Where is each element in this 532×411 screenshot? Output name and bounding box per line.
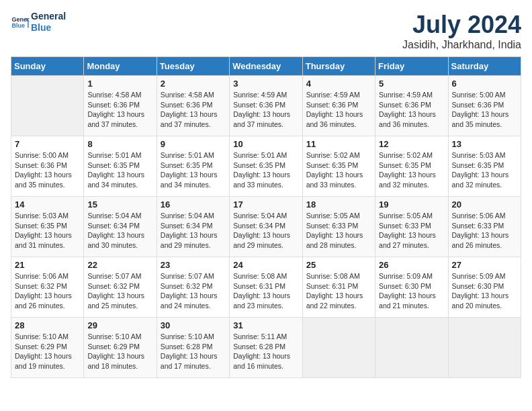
calendar-week-row: 14Sunrise: 5:03 AM Sunset: 6:35 PM Dayli…	[11, 197, 521, 257]
day-number: 13	[452, 139, 517, 149]
calendar-cell: 15Sunrise: 5:04 AM Sunset: 6:34 PM Dayli…	[84, 197, 157, 257]
day-number: 11	[306, 139, 371, 149]
calendar-cell: 23Sunrise: 5:07 AM Sunset: 6:32 PM Dayli…	[157, 257, 229, 318]
day-number: 4	[306, 79, 371, 89]
day-info: Sunrise: 5:01 AM Sunset: 6:35 PM Dayligh…	[87, 150, 152, 190]
day-info: Sunrise: 5:07 AM Sunset: 6:32 PM Dayligh…	[87, 271, 152, 311]
calendar-cell: 29Sunrise: 5:10 AM Sunset: 6:29 PM Dayli…	[84, 318, 157, 378]
day-number: 24	[233, 260, 298, 270]
calendar-cell: 25Sunrise: 5:08 AM Sunset: 6:31 PM Dayli…	[302, 257, 375, 318]
calendar-week-row: 7Sunrise: 5:00 AM Sunset: 6:36 PM Daylig…	[11, 136, 521, 197]
calendar-cell: 8Sunrise: 5:01 AM Sunset: 6:35 PM Daylig…	[84, 136, 157, 197]
day-info: Sunrise: 5:00 AM Sunset: 6:36 PM Dayligh…	[452, 90, 517, 130]
day-number: 29	[87, 320, 152, 330]
calendar-cell: 18Sunrise: 5:05 AM Sunset: 6:33 PM Dayli…	[302, 197, 375, 257]
day-number: 30	[161, 320, 226, 330]
day-number: 3	[233, 79, 298, 89]
calendar-cell: 21Sunrise: 5:06 AM Sunset: 6:32 PM Dayli…	[11, 257, 84, 318]
calendar-cell: 11Sunrise: 5:02 AM Sunset: 6:35 PM Dayli…	[302, 136, 375, 197]
day-number: 19	[379, 199, 444, 210]
day-info: Sunrise: 5:04 AM Sunset: 6:34 PM Dayligh…	[87, 211, 152, 250]
day-info: Sunrise: 5:08 AM Sunset: 6:31 PM Dayligh…	[233, 271, 298, 311]
day-number: 28	[15, 320, 80, 330]
weekday-header-saturday: Saturday	[448, 57, 521, 76]
calendar-cell	[448, 318, 521, 378]
day-info: Sunrise: 5:01 AM Sunset: 6:35 PM Dayligh…	[161, 150, 226, 190]
logo-general: General	[31, 11, 66, 22]
day-number: 23	[161, 260, 226, 270]
day-number: 7	[15, 139, 80, 149]
calendar-cell: 1Sunrise: 4:58 AM Sunset: 6:36 PM Daylig…	[84, 76, 157, 136]
day-info: Sunrise: 5:07 AM Sunset: 6:32 PM Dayligh…	[161, 271, 226, 311]
svg-text:Blue: Blue	[11, 22, 25, 29]
day-info: Sunrise: 5:05 AM Sunset: 6:33 PM Dayligh…	[306, 211, 371, 250]
calendar-cell: 22Sunrise: 5:07 AM Sunset: 6:32 PM Dayli…	[84, 257, 157, 318]
weekday-header-friday: Friday	[375, 57, 448, 76]
day-info: Sunrise: 5:03 AM Sunset: 6:35 PM Dayligh…	[452, 150, 517, 190]
day-info: Sunrise: 4:59 AM Sunset: 6:36 PM Dayligh…	[233, 90, 298, 130]
day-info: Sunrise: 5:05 AM Sunset: 6:33 PM Dayligh…	[379, 211, 444, 250]
day-number: 5	[379, 79, 444, 89]
calendar-table: SundayMondayTuesdayWednesdayThursdayFrid…	[11, 56, 521, 378]
calendar-cell: 28Sunrise: 5:10 AM Sunset: 6:29 PM Dayli…	[11, 318, 84, 378]
calendar-cell: 16Sunrise: 5:04 AM Sunset: 6:34 PM Dayli…	[157, 197, 229, 257]
day-info: Sunrise: 5:02 AM Sunset: 6:35 PM Dayligh…	[306, 150, 371, 190]
calendar-cell: 19Sunrise: 5:05 AM Sunset: 6:33 PM Dayli…	[375, 197, 448, 257]
calendar-cell: 27Sunrise: 5:09 AM Sunset: 6:30 PM Dayli…	[448, 257, 521, 318]
calendar-cell: 7Sunrise: 5:00 AM Sunset: 6:36 PM Daylig…	[11, 136, 84, 197]
day-info: Sunrise: 5:02 AM Sunset: 6:35 PM Dayligh…	[379, 150, 444, 190]
day-number: 31	[233, 320, 298, 330]
calendar-cell: 6Sunrise: 5:00 AM Sunset: 6:36 PM Daylig…	[448, 76, 521, 136]
page-header: General Blue General Blue July 2024 Jasi…	[11, 11, 521, 51]
day-number: 22	[87, 260, 152, 270]
day-number: 21	[15, 260, 80, 270]
calendar-cell: 24Sunrise: 5:08 AM Sunset: 6:31 PM Dayli…	[230, 257, 302, 318]
day-number: 12	[379, 139, 444, 149]
calendar-week-row: 1Sunrise: 4:58 AM Sunset: 6:36 PM Daylig…	[11, 76, 521, 136]
location-subtitle: Jasidih, Jharkhand, India	[402, 39, 521, 51]
day-info: Sunrise: 5:03 AM Sunset: 6:35 PM Dayligh…	[15, 211, 80, 250]
calendar-cell	[375, 318, 448, 378]
day-number: 6	[452, 79, 517, 89]
calendar-week-row: 28Sunrise: 5:10 AM Sunset: 6:29 PM Dayli…	[11, 318, 521, 378]
weekday-header-thursday: Thursday	[302, 57, 375, 76]
day-number: 14	[15, 199, 80, 210]
day-number: 2	[161, 79, 226, 89]
day-number: 1	[87, 79, 152, 89]
day-number: 15	[87, 199, 152, 210]
day-number: 25	[306, 260, 371, 270]
calendar-cell: 3Sunrise: 4:59 AM Sunset: 6:36 PM Daylig…	[230, 76, 302, 136]
day-info: Sunrise: 5:06 AM Sunset: 6:32 PM Dayligh…	[15, 271, 80, 311]
day-info: Sunrise: 4:58 AM Sunset: 6:36 PM Dayligh…	[87, 90, 152, 130]
calendar-cell: 17Sunrise: 5:04 AM Sunset: 6:34 PM Dayli…	[230, 197, 302, 257]
calendar-cell: 4Sunrise: 4:59 AM Sunset: 6:36 PM Daylig…	[302, 76, 375, 136]
calendar-cell	[11, 76, 84, 136]
day-number: 17	[233, 199, 298, 210]
weekday-header-wednesday: Wednesday	[230, 57, 302, 76]
day-number: 20	[452, 199, 517, 210]
day-info: Sunrise: 5:09 AM Sunset: 6:30 PM Dayligh…	[452, 271, 517, 311]
calendar-cell	[302, 318, 375, 378]
calendar-cell: 20Sunrise: 5:06 AM Sunset: 6:33 PM Dayli…	[448, 197, 521, 257]
day-info: Sunrise: 5:06 AM Sunset: 6:33 PM Dayligh…	[452, 211, 517, 250]
calendar-cell: 31Sunrise: 5:11 AM Sunset: 6:28 PM Dayli…	[230, 318, 302, 378]
calendar-cell: 2Sunrise: 4:58 AM Sunset: 6:36 PM Daylig…	[157, 76, 229, 136]
day-number: 8	[87, 139, 152, 149]
day-info: Sunrise: 4:59 AM Sunset: 6:36 PM Dayligh…	[306, 90, 371, 130]
day-info: Sunrise: 5:09 AM Sunset: 6:30 PM Dayligh…	[379, 271, 444, 311]
day-info: Sunrise: 5:04 AM Sunset: 6:34 PM Dayligh…	[161, 211, 226, 250]
day-info: Sunrise: 5:00 AM Sunset: 6:36 PM Dayligh…	[15, 150, 80, 190]
logo-blue: Blue	[31, 22, 66, 34]
calendar-cell: 14Sunrise: 5:03 AM Sunset: 6:35 PM Dayli…	[11, 197, 84, 257]
logo: General Blue General Blue	[11, 11, 66, 34]
title-block: July 2024 Jasidih, Jharkhand, India	[402, 11, 521, 51]
calendar-cell: 30Sunrise: 5:10 AM Sunset: 6:28 PM Dayli…	[157, 318, 229, 378]
day-info: Sunrise: 5:08 AM Sunset: 6:31 PM Dayligh…	[306, 271, 371, 311]
day-info: Sunrise: 5:10 AM Sunset: 6:29 PM Dayligh…	[15, 332, 80, 371]
day-info: Sunrise: 5:01 AM Sunset: 6:35 PM Dayligh…	[233, 150, 298, 190]
month-year-title: July 2024	[402, 11, 521, 39]
weekday-header-sunday: Sunday	[11, 57, 84, 76]
day-number: 18	[306, 199, 371, 210]
day-info: Sunrise: 5:11 AM Sunset: 6:28 PM Dayligh…	[233, 332, 298, 371]
day-info: Sunrise: 5:10 AM Sunset: 6:29 PM Dayligh…	[87, 332, 152, 371]
